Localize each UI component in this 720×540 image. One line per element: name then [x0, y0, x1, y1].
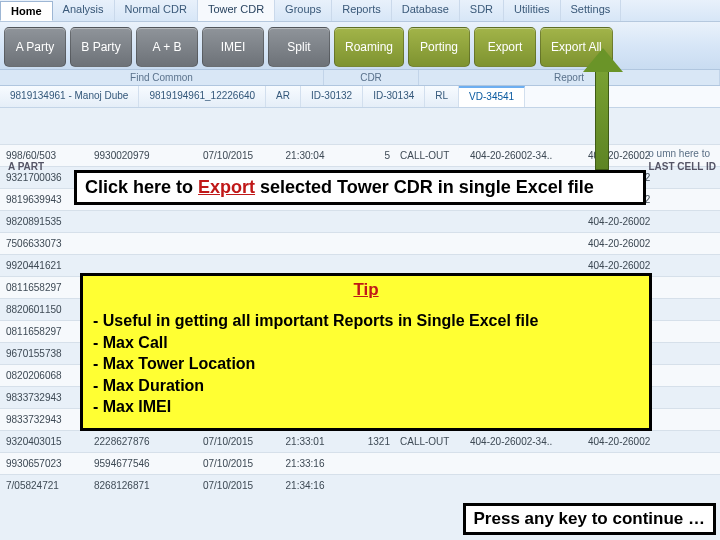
doc-tab[interactable]: RL — [425, 86, 459, 107]
ribbon-roaming-button[interactable]: Roaming — [334, 27, 404, 67]
tip-line: - Useful in getting all important Report… — [93, 310, 641, 332]
doc-tab[interactable]: VD-34541 — [459, 86, 525, 107]
menu-tab-normal-cdr[interactable]: Normal CDR — [115, 0, 198, 21]
column-header-last-cell[interactable]: LAST CELL ID — [648, 161, 716, 172]
ribbon-split-button[interactable]: Split — [268, 27, 330, 67]
tip-line: - Max Call — [93, 332, 641, 354]
cell-ty: CALL-OUT — [400, 150, 470, 161]
ribbon-porting-button[interactable]: Porting — [408, 27, 470, 67]
document-tabs: 9819134961 - Manoj Dube9819194961_122266… — [0, 86, 720, 108]
table-row[interactable]: 9820891535404-20-26002 — [0, 210, 720, 232]
tip-title: Tip — [83, 276, 649, 306]
arrow-shaft — [595, 66, 609, 170]
cell-c1: 404-20-26002-34.. — [470, 150, 588, 161]
cell-a: 998/60/503 — [6, 150, 94, 161]
menu-tab-database[interactable]: Database — [392, 0, 460, 21]
cell-ty: CALL-OUT — [400, 436, 470, 447]
cell-c2: 404-20-26002 — [588, 238, 720, 249]
cell-b: 9594677546 — [94, 458, 186, 469]
menu-tab-utilities[interactable]: Utilities — [504, 0, 560, 21]
cell-a: 9920441621 — [6, 260, 94, 271]
cell-c2: 404-20-26002 — [588, 260, 720, 271]
cell-t: 21:33:01 — [270, 436, 340, 447]
doc-tab[interactable]: ID-30134 — [363, 86, 425, 107]
doc-tab[interactable]: 9819134961 - Manoj Dube — [0, 86, 139, 107]
doc-tab[interactable]: ID-30132 — [301, 86, 363, 107]
ribbon-b-party-button[interactable]: B Party — [70, 27, 132, 67]
cell-n: 5 — [340, 150, 400, 161]
callout-text: selected Tower CDR in single Excel file — [255, 177, 594, 197]
cell-b: 9930020979 — [94, 150, 186, 161]
cell-a: 7506633073 — [6, 238, 94, 249]
cell-t: 21:33:16 — [270, 458, 340, 469]
menu-tabs: HomeAnalysisNormal CDRTower CDRGroupsRep… — [0, 0, 720, 22]
tip-line: - Max Tower Location — [93, 353, 641, 375]
callout-text: Click here to — [85, 177, 198, 197]
cell-t: 21:30:04 — [270, 150, 340, 161]
ribbon-group-report: Report — [419, 70, 720, 85]
ribbon-a-party-button[interactable]: A Party — [4, 27, 66, 67]
press-any-key: Press any key to continue … — [463, 503, 716, 535]
table-row[interactable]: 7/05824721826812687107/10/201521:34:16 — [0, 474, 720, 496]
arrow-up-icon — [583, 48, 623, 72]
tip-box: Tip - Useful in getting all important Re… — [80, 273, 652, 431]
cell-a: 7/05824721 — [6, 480, 94, 491]
table-row[interactable]: 9930657023959467754607/10/201521:33:16 — [0, 452, 720, 474]
tip-line: - Max Duration — [93, 375, 641, 397]
cell-b: 8268126871 — [94, 480, 186, 491]
tip-line: - Max IMEI — [93, 396, 641, 418]
menu-tab-reports[interactable]: Reports — [332, 0, 392, 21]
cell-c1: 404-20-26002-34.. — [470, 436, 588, 447]
cell-a: 9930657023 — [6, 458, 94, 469]
cell-t: 21:34:16 — [270, 480, 340, 491]
cell-d: 07/10/2015 — [186, 436, 270, 447]
ribbon-export-button[interactable]: Export — [474, 27, 536, 67]
doc-tab[interactable]: 9819194961_12226640 — [139, 86, 266, 107]
cell-c2: 404-20-26002 — [588, 216, 720, 227]
cell-d: 07/10/2015 — [186, 150, 270, 161]
table-row[interactable]: 7506633073404-20-26002 — [0, 232, 720, 254]
menu-tab-sdr[interactable]: SDR — [460, 0, 504, 21]
cell-d: 07/10/2015 — [186, 458, 270, 469]
menu-tab-groups[interactable]: Groups — [275, 0, 332, 21]
cell-n: 1321 — [340, 436, 400, 447]
ribbon-group-labels: Find Common CDR Report — [0, 70, 720, 86]
callout-export-instruction: Click here to Export selected Tower CDR … — [74, 170, 646, 205]
ribbon-imei-button[interactable]: IMEI — [202, 27, 264, 67]
cell-d: 07/10/2015 — [186, 480, 270, 491]
cell-a: 9320403015 — [6, 436, 94, 447]
tip-body: - Useful in getting all important Report… — [83, 306, 649, 428]
menu-tab-settings[interactable]: Settings — [561, 0, 622, 21]
ribbon-group-cdr: CDR — [324, 70, 419, 85]
menu-tab-home[interactable]: Home — [0, 1, 53, 21]
cell-a: 9820891535 — [6, 216, 94, 227]
callout-keyword: Export — [198, 177, 255, 197]
cell-c2: 404-20-26002 — [588, 436, 720, 447]
menu-tab-analysis[interactable]: Analysis — [53, 0, 115, 21]
ribbon-a-b-button[interactable]: A + B — [136, 27, 198, 67]
table-row[interactable]: 9320403015222862787607/10/201521:33:0113… — [0, 430, 720, 452]
doc-tab[interactable]: AR — [266, 86, 301, 107]
group-hint-text: o umn here to — [648, 148, 710, 159]
cell-b: 2228627876 — [94, 436, 186, 447]
ribbon-group-find-common: Find Common — [0, 70, 324, 85]
menu-tab-tower-cdr[interactable]: Tower CDR — [198, 0, 275, 21]
